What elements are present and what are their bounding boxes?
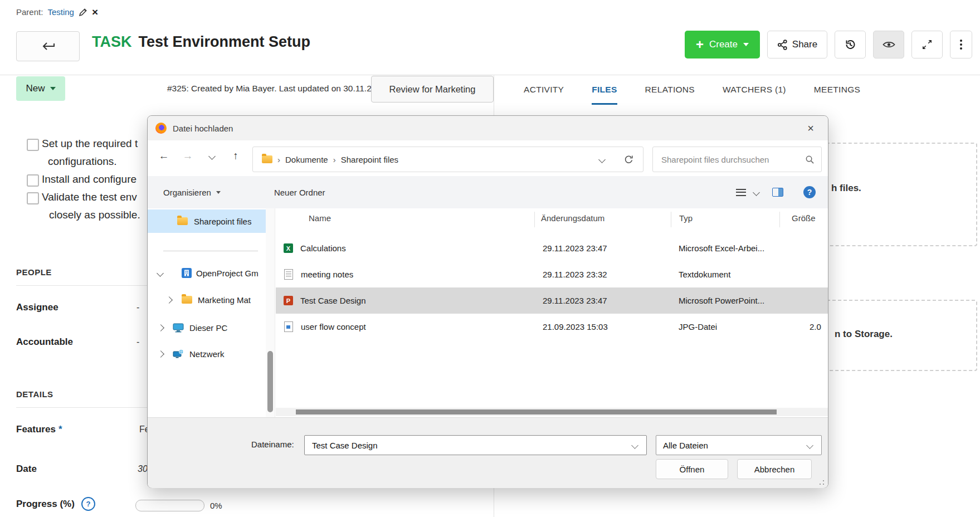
nav-recent-dropdown[interactable] [202,146,221,166]
edit-parent-icon[interactable] [79,8,87,17]
view-dropdown-icon[interactable] [753,189,760,196]
file-row-calculations[interactable]: X Calculations 29.11.2023 23:47 Microsof… [276,235,828,261]
activity-history-button[interactable] [835,31,866,58]
app-canvas: Parent: Testing × TASK Test Environment … [0,0,980,517]
breadcrumb-sharepoint-files[interactable]: Sharepoint files [341,155,398,164]
scrollbar-thumb[interactable] [267,351,273,412]
checkbox[interactable] [27,174,39,187]
expand-icon [922,40,932,50]
back-button[interactable] [16,31,80,61]
column-header-name[interactable]: Name [309,208,331,227]
file-type: Microsoft PowerPoint... [679,296,764,305]
sidebar-item-label: OpenProject Gm [196,269,259,278]
file-list-scrollbar[interactable] [276,408,828,416]
accountable-label: Accountable [16,336,73,348]
sidebar-item-dieser-pc[interactable]: Dieser PC [148,318,266,338]
expander-icon[interactable] [157,350,164,358]
list-view-icon[interactable] [736,189,746,196]
network-icon [173,349,184,359]
nav-back-button[interactable]: ← [154,146,173,166]
file-name: meeting notes [301,270,353,279]
file-date: 21.09.2023 15:03 [543,322,608,331]
file-row-meeting-notes[interactable]: meeting notes 29.11.2023 23:32 Textdokum… [276,261,828,287]
remove-parent-icon[interactable]: × [92,7,98,17]
address-bar[interactable]: › Dokumente › Sharepoint files [252,147,643,172]
preview-pane-icon[interactable] [772,188,783,197]
fullscreen-button[interactable] [911,31,943,58]
chevron-down-icon [631,442,638,449]
new-folder-button[interactable]: Neuer Ordner [274,188,325,197]
sidebar-scrollbar[interactable] [266,208,275,417]
eye-icon [883,41,895,48]
checkbox[interactable] [27,192,39,204]
workflow-button[interactable]: Review for Marketing [371,76,494,103]
column-header-date[interactable]: Änderungsdatum [541,208,604,227]
cancel-button[interactable]: Abbrechen [737,459,812,479]
parent-link[interactable]: Testing [47,7,74,17]
breadcrumb-dokumente[interactable]: Dokumente [285,155,328,164]
history-icon [844,38,856,51]
storage-dropzone-text: n to Storage. [835,329,893,340]
scrollbar-thumb[interactable] [296,409,777,414]
address-dropdown-icon[interactable] [598,156,606,163]
accountable-value[interactable]: - [136,337,139,347]
tab-activity[interactable]: ACTIVITY [524,76,564,105]
nav-forward-button[interactable]: → [178,146,197,166]
sort-ascending-icon[interactable]: ˆ [417,208,420,214]
dialog-titlebar[interactable]: Datei hochladen [148,116,828,141]
work-package-title[interactable]: Test Environment Setup [139,33,311,51]
progress-value: 0% [210,501,222,510]
column-header-size[interactable]: Größe [792,208,816,227]
refresh-icon[interactable] [623,154,634,165]
help-icon[interactable]: ? [81,497,95,511]
date-value[interactable]: 30 [138,464,148,474]
work-package-type[interactable]: TASK [92,33,132,51]
create-label: Create [709,39,738,50]
watch-button[interactable] [873,31,904,58]
filetype-select[interactable]: Alle Dateien [656,435,822,455]
status-badge[interactable]: New [16,76,65,101]
assignee-value[interactable]: - [136,303,139,313]
dialog-close-button[interactable]: × [802,120,819,136]
tab-files[interactable]: FILES [592,76,617,105]
sidebar-item-sharepoint-files[interactable]: Sharepoint files [148,209,266,233]
column-header-type[interactable]: Typ [679,208,693,227]
file-row-user-flow-concept[interactable]: user flow concept 21.09.2023 15:03 JPG-D… [276,314,828,340]
file-row-test-case-design[interactable]: P Test Case Design 29.11.2023 23:47 Micr… [276,287,828,314]
computer-icon [173,323,184,333]
sidebar-item-netzwerk[interactable]: Netzwerk [148,344,266,364]
text-file-icon [284,269,293,280]
resize-grip[interactable] [819,480,825,485]
tab-relations[interactable]: RELATIONS [645,76,695,105]
dialog-help-icon[interactable]: ? [803,186,816,198]
tab-bar: ACTIVITY FILES RELATIONS WATCHERS (1) ME… [524,77,860,104]
checkbox[interactable] [27,139,39,151]
filename-field[interactable] [304,435,647,455]
sidebar-item-openproject[interactable]: OpenProject Gm [148,263,266,283]
file-name: Calculations [300,243,346,253]
breadcrumb-separator: › [333,155,336,164]
back-arrow-icon [41,42,55,51]
sidebar-item-marketing[interactable]: Marketing Mat [148,290,266,310]
search-field[interactable] [652,147,822,172]
nav-up-button[interactable]: ↑ [226,146,245,166]
details-heading: DETAILS [16,389,53,399]
filename-input[interactable] [311,440,632,451]
progress-bar[interactable] [135,500,204,511]
features-label: Features* [16,424,62,435]
expander-icon[interactable] [157,324,164,331]
progress-label: Progress (%) [16,499,75,510]
chevron-down-icon [743,43,749,46]
organize-menu[interactable]: Organisieren [163,188,221,197]
more-menu-button[interactable] [950,31,972,58]
required-marker: * [58,424,62,435]
search-input[interactable] [660,154,805,165]
tab-watchers[interactable]: WATCHERS (1) [723,76,786,105]
open-button[interactable]: Öffnen [656,459,728,479]
expander-icon[interactable] [165,296,173,304]
share-button[interactable]: Share [767,31,827,58]
tab-meetings[interactable]: MEETINGS [814,76,860,105]
header-actions: + Create Share [685,31,972,58]
create-button[interactable]: + Create [685,31,760,58]
expander-icon[interactable] [157,270,164,277]
